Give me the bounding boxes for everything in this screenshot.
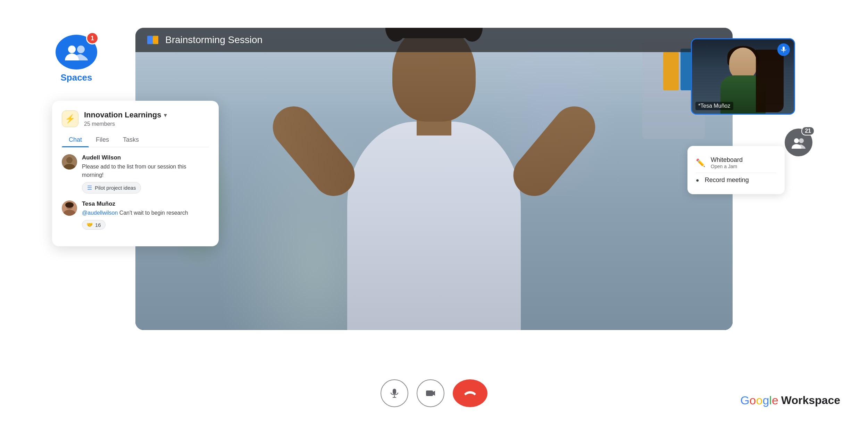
record-action-item[interactable]: ● Record meeting <box>696 173 776 187</box>
spaces-widget: 1 Spaces <box>56 35 97 83</box>
svg-rect-14 <box>393 389 396 394</box>
message-content-2: Tesa Muñoz @audellwilson Can't wait to b… <box>82 200 209 230</box>
meet-logo <box>146 33 160 47</box>
meet-icon <box>146 33 160 47</box>
participant-long-hair <box>756 50 784 112</box>
avatar-tesa <box>62 200 77 216</box>
sender-name-2: Tesa Muñoz <box>82 200 209 207</box>
chat-message-2: Tesa Muñoz @audellwilson Can't wait to b… <box>62 200 209 230</box>
camera-button[interactable] <box>417 379 444 407</box>
svg-rect-10 <box>783 47 785 50</box>
whiteboard-icon: ✏️ <box>696 158 705 167</box>
shelf-item-yellow <box>663 52 679 90</box>
svg-rect-9 <box>153 36 158 44</box>
participant-thumbnail: *Tesa Muñoz <box>691 38 795 115</box>
svg-point-12 <box>794 138 799 143</box>
message-text-2: @audellwilson Can't wait to begin resear… <box>82 209 209 217</box>
mic-icon <box>389 388 400 398</box>
doc-icon: ☰ <box>87 184 92 191</box>
participants-count-label: 21 <box>801 126 815 135</box>
chat-card: ⚡ Innovation Learnings ▾ 25 members Chat… <box>52 101 219 246</box>
whiteboard-action-item[interactable]: ✏️ Whiteboard Open a Jam <box>696 153 776 173</box>
reaction-count: 16 <box>95 222 101 228</box>
tab-chat[interactable]: Chat <box>62 133 89 147</box>
record-title: Record meeting <box>705 176 776 184</box>
spaces-label: Spaces <box>60 72 92 83</box>
mention-link[interactable]: @audellwilson <box>82 210 118 216</box>
meet-session-title: Brainstorming Session <box>165 34 262 46</box>
workspace-text: Workspace <box>781 394 840 407</box>
avatar-audell <box>62 154 77 170</box>
video-controls <box>381 379 487 407</box>
main-speaker-figure <box>312 35 556 330</box>
tab-tasks[interactable]: Tasks <box>116 133 146 147</box>
space-name: Innovation Learnings ▾ <box>84 110 209 120</box>
chevron-down-icon: ▾ <box>164 112 167 118</box>
space-members-count: 25 members <box>84 121 209 127</box>
end-call-button[interactable] <box>453 379 487 407</box>
svg-point-0 <box>68 46 76 53</box>
reaction-badge[interactable]: 🤝 16 <box>82 220 106 230</box>
whiteboard-title: Whiteboard <box>711 156 776 164</box>
svg-rect-8 <box>147 36 153 44</box>
space-name-container: Innovation Learnings ▾ 25 members <box>84 110 209 127</box>
spaces-notification-badge: 1 <box>86 32 99 44</box>
record-action-text: Record meeting <box>705 176 776 184</box>
chat-tabs: Chat Files Tasks <box>62 133 209 147</box>
participants-badge[interactable]: 21 <box>785 129 812 156</box>
spaces-icon-container: 1 <box>56 35 97 69</box>
message-text-1: Please add to the list from our session … <box>82 163 209 179</box>
message-content-1: Audell Wilson Please add to the list fro… <box>82 154 209 194</box>
whiteboard-action-text: Whiteboard Open a Jam <box>711 156 776 169</box>
action-popup: ✏️ Whiteboard Open a Jam ● Record meetin… <box>687 146 785 194</box>
meet-header: Brainstorming Session <box>135 28 733 52</box>
participant-mic-active-icon <box>777 43 790 56</box>
chat-card-header: ⚡ Innovation Learnings ▾ 25 members <box>62 110 209 127</box>
end-call-icon <box>464 390 476 397</box>
whiteboard-subtitle: Open a Jam <box>711 164 776 169</box>
svg-point-3 <box>66 157 73 163</box>
svg-point-13 <box>799 138 804 143</box>
camera-icon <box>425 388 436 398</box>
message-attachment[interactable]: ☰ Pilot project ideas <box>82 182 141 194</box>
record-icon: ● <box>696 177 699 183</box>
google-text: Google <box>740 394 778 407</box>
reaction-emoji: 🤝 <box>86 222 93 228</box>
svg-point-1 <box>77 46 85 53</box>
sender-name-1: Audell Wilson <box>82 154 209 161</box>
svg-rect-17 <box>426 390 433 396</box>
svg-rect-6 <box>65 202 74 208</box>
space-icon: ⚡ <box>62 110 78 127</box>
mic-button[interactable] <box>381 379 408 407</box>
workspace-logo: Google Workspace <box>740 394 840 407</box>
participants-icon <box>792 136 806 149</box>
video-area: Brainstorming Session <box>135 28 733 330</box>
participant-name-label: *Tesa Muñoz <box>695 102 733 110</box>
tab-files[interactable]: Files <box>89 133 116 147</box>
chat-message-1: Audell Wilson Please add to the list fro… <box>62 154 209 194</box>
